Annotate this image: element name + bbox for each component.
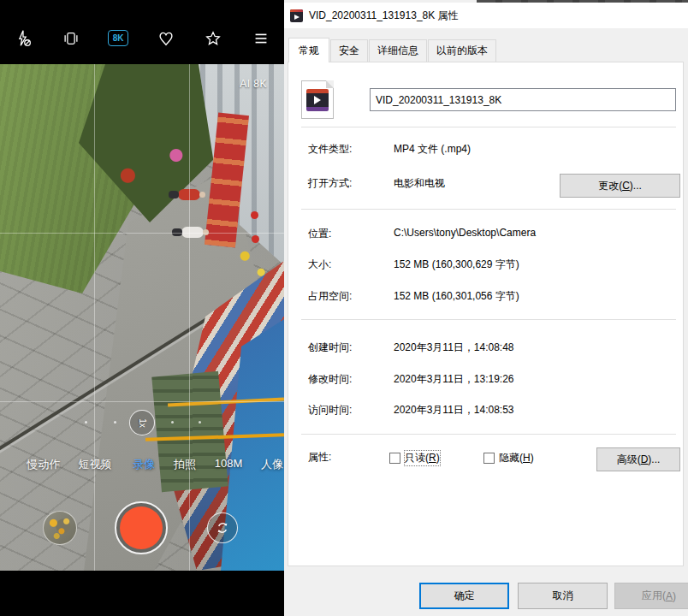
tab-security[interactable]: 安全 [330,39,368,62]
ai-8k-label: AI 8K [240,78,267,90]
8k-badge-label: 8K [108,30,128,46]
file-type-label: 文件类型: [308,142,352,157]
zoom-dial-dot [114,421,116,424]
size-label: 大小: [308,258,331,272]
size-on-disk-label: 占用空间: [308,289,352,304]
tab-previous-versions[interactable]: 以前的版本 [428,39,496,62]
scene-lantern [252,235,259,243]
film-strip [306,89,329,111]
mp4-file-icon [301,80,334,119]
play-icon [314,96,321,104]
created-label: 创建时间: [308,341,352,355]
mode-video[interactable]: 录像 [133,457,155,472]
cancel-button[interactable]: 取消 [518,583,608,609]
size-value: 152 MB (160,300,629 字节) [394,258,519,272]
separator [301,127,676,127]
tab-general[interactable]: 常规 [288,38,329,62]
checkbox-box [389,453,400,464]
general-tab-page [288,62,684,566]
8k-resolution-badge[interactable]: 8K [107,27,129,50]
location-label: 位置: [308,227,331,241]
video-file-icon [290,9,303,22]
location-value: C:\Users\tony\Desktop\Camera [394,227,536,239]
camera-mode-bar: 慢动作 短视频 录像 拍照 108M 人像 [0,457,284,474]
dialog-title: VID_20200311_131913_8K 属性 [309,9,459,23]
opens-with-value: 电影和电视 [394,176,445,191]
tab-details[interactable]: 详细信息 [369,39,427,62]
apply-label-post: ) [673,590,676,602]
beauty-heart-icon[interactable] [155,27,177,50]
readonly-checkbox[interactable]: 只读(R) [389,451,440,465]
scene-lantern [251,211,258,219]
accessed-label: 访问时间: [308,403,352,418]
change-label-post: )... [630,180,642,192]
screen: 8K [0,0,688,616]
separator [301,319,676,320]
tab-strip: 常规 安全 详细信息 以前的版本 [288,38,497,62]
created-row: 创建时间: 2020年3月11日，14:08:48 [308,341,676,354]
hidden-checkbox[interactable]: 隐藏(H) [483,451,534,465]
readonly-checkbox-label: 只读(R) [405,451,440,465]
attributes-label: 属性: [308,450,331,465]
accessed-row: 访问时间: 2020年3月11日，14:08:53 [308,403,676,417]
switch-camera-button[interactable] [207,512,238,543]
zoom-dial-dot [199,421,201,424]
advanced-label-pre: 高级( [617,453,641,467]
stabilizer-icon[interactable] [60,27,82,50]
size-on-disk-row: 占用空间: 152 MB (160,301,056 字节) [308,289,676,303]
zoom-1x-label: 1x [138,418,147,428]
separator [301,434,676,435]
advanced-label-key: D [641,453,649,465]
checkbox-box [483,453,495,464]
apply-button[interactable]: 应用(A) [614,583,688,609]
apply-label-key: A [666,590,673,602]
camera-app: 8K [0,0,284,616]
zoom-dial-dot [171,421,174,424]
size-on-disk-value: 152 MB (160,301,056 字节) [394,289,519,304]
modified-label: 修改时间: [308,372,352,387]
camera-topbar: 8K [0,0,284,64]
mode-short-video[interactable]: 短视频 [79,457,112,472]
zoom-1x-button[interactable]: 1x [129,410,155,435]
location-row: 位置: C:\Users\tony\Desktop\Camera [308,227,676,240]
file-type-value: MP4 文件 (.mp4) [394,142,471,157]
mode-photo[interactable]: 拍照 [174,457,196,472]
mode-slow-motion[interactable]: 慢动作 [27,457,61,472]
change-label-key: C [622,180,630,192]
accessed-value: 2020年3月11日，14:08:53 [394,403,514,418]
page-fold [326,80,334,88]
gallery-thumbnail-button[interactable] [43,511,77,545]
filename-input[interactable] [370,88,676,111]
change-label-pre: 更改( [598,179,622,193]
grid-line [0,401,284,402]
record-button[interactable] [115,501,168,554]
file-type-row: 文件类型: MP4 文件 (.mp4) [308,142,676,156]
record-button-core [120,506,163,549]
rotate-arrows-icon [214,519,231,536]
created-value: 2020年3月11日，14:08:48 [394,341,514,355]
ok-button[interactable]: 确定 [419,583,509,609]
separator [301,209,676,210]
modified-value: 2020年3月11日，13:19:26 [394,372,514,387]
mode-portrait[interactable]: 人像 [261,457,283,472]
size-row: 大小: 152 MB (160,300,629 字节) [308,258,676,271]
grid-line [0,233,284,234]
camera-viewfinder[interactable]: AI 8K 1x 慢动作 短视频 录像 拍照 108M 人像 [0,64,284,571]
hidden-checkbox-label: 隐藏(H) [499,451,534,465]
apply-label-pre: 应用( [642,589,666,603]
advanced-button[interactable]: 高级(D)... [596,447,680,471]
menu-icon[interactable] [250,27,272,50]
zoom-dial-dot [85,421,87,424]
opens-with-label: 打开方式: [308,176,352,191]
grid-line [189,64,190,571]
change-button[interactable]: 更改(C)... [560,174,680,198]
advanced-label-post: )... [648,453,660,465]
magic-effects-icon[interactable] [202,27,224,50]
flash-off-icon[interactable] [12,27,34,50]
modified-row: 修改时间: 2020年3月11日，13:19:26 [308,372,676,386]
dialog-titlebar: VID_20200311_131913_8K 属性 [284,3,688,28]
mode-108m[interactable]: 108M [215,457,243,470]
grid-line [94,64,95,571]
properties-dialog: VID_20200311_131913_8K 属性 常规 安全 详细信息 以前的… [284,0,688,616]
